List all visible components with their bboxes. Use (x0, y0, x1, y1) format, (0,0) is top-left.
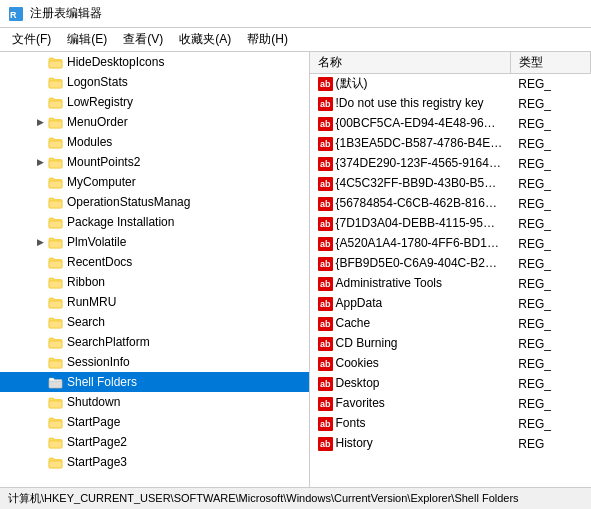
tree-item[interactable]: ▶ PlmVolatile (0, 232, 309, 252)
reg-icon: ab (318, 337, 333, 351)
reg-icon: ab (318, 117, 333, 131)
tree-item[interactable]: HideDesktopIcons (0, 52, 309, 72)
tree-item[interactable]: RunMRU (0, 292, 309, 312)
reg-icon: ab (318, 157, 333, 171)
table-row[interactable]: ab{56784854-C6CB-462B-8169-88...REG_ (310, 194, 591, 214)
folder-icon (48, 235, 64, 249)
folder-icon (48, 55, 64, 69)
tree-item[interactable]: SessionInfo (0, 352, 309, 372)
cell-type: REG_ (510, 274, 590, 294)
table-row[interactable]: ab{00BCF5CA-ED94-4E48-96A1-3F...REG_ (310, 114, 591, 134)
tree-item-label: StartPage3 (67, 455, 127, 469)
menu-file[interactable]: 文件(F) (4, 29, 59, 50)
status-text: 计算机\HKEY_CURRENT_USER\SOFTWARE\Microsoft… (8, 491, 519, 506)
tree-item-label: MountPoints2 (67, 155, 140, 169)
cell-name: abCookies (310, 354, 510, 374)
col-name[interactable]: 名称 (310, 52, 510, 74)
expand-icon[interactable]: ▶ (32, 237, 48, 247)
cell-name: ab{4C5C32FF-BB9D-43B0-B5B4-2... (310, 174, 510, 194)
cell-name: abDesktop (310, 374, 510, 394)
table-row[interactable]: abFavoritesREG_ (310, 394, 591, 414)
cell-type: REG_ (510, 194, 590, 214)
tree-item[interactable]: StartPage2 (0, 432, 309, 452)
cell-name: ab{00BCF5CA-ED94-4E48-96A1-3F... (310, 114, 510, 134)
tree-item[interactable]: LowRegistry (0, 92, 309, 112)
folder-icon (48, 355, 64, 369)
tree-item-label: Ribbon (67, 275, 105, 289)
table-row[interactable]: ab{BFB9D5E0-C6A9-404C-B2B2-A...REG_ (310, 254, 591, 274)
cell-type: REG_ (510, 294, 590, 314)
col-type[interactable]: 类型 (510, 52, 590, 74)
tree-item[interactable]: MyComputer (0, 172, 309, 192)
right-pane[interactable]: 名称 类型 ab(默认)REG_ab!Do not use this regis… (310, 52, 591, 487)
tree-item[interactable]: Ribbon (0, 272, 309, 292)
cell-type: REG_ (510, 394, 590, 414)
tree-item[interactable]: SearchPlatform (0, 332, 309, 352)
expand-icon[interactable]: ▶ (32, 117, 48, 127)
table-row[interactable]: abCookiesREG_ (310, 354, 591, 374)
cell-type: REG_ (510, 94, 590, 114)
tree-item[interactable]: Search (0, 312, 309, 332)
cell-type: REG_ (510, 114, 590, 134)
reg-icon: ab (318, 77, 333, 91)
reg-icon: ab (318, 357, 333, 371)
tree-item[interactable]: ▶ MountPoints2 (0, 152, 309, 172)
menu-help[interactable]: 帮助(H) (239, 29, 296, 50)
expand-icon[interactable]: ▶ (32, 157, 48, 167)
folder-icon (48, 175, 64, 189)
main-content: HideDesktopIcons LogonStats LowRegistry▶… (0, 52, 591, 487)
tree-item[interactable]: StartPage (0, 412, 309, 432)
tree-item-label: LowRegistry (67, 95, 133, 109)
left-pane[interactable]: HideDesktopIcons LogonStats LowRegistry▶… (0, 52, 310, 487)
cell-name: ab{A520A1A4-1780-4FF6-BD18-16... (310, 234, 510, 254)
table-row[interactable]: ab{1B3EA5DC-B587-4786-B4EF-B...REG_ (310, 134, 591, 154)
cell-name: abFavorites (310, 394, 510, 414)
tree-item-label: StartPage (67, 415, 120, 429)
reg-icon: ab (318, 297, 333, 311)
table-row[interactable]: ab{A520A1A4-1780-4FF6-BD18-16...REG_ (310, 234, 591, 254)
table-row[interactable]: ab{374DE290-123F-4565-9164-39...REG_ (310, 154, 591, 174)
tree-item[interactable]: Package Installation (0, 212, 309, 232)
reg-icon: ab (318, 217, 333, 231)
table-row[interactable]: abCD BurningREG_ (310, 334, 591, 354)
cell-type: REG_ (510, 374, 590, 394)
reg-icon: ab (318, 177, 333, 191)
cell-type: REG_ (510, 134, 590, 154)
tree-item[interactable]: StartPage3 (0, 452, 309, 472)
window-title: 注册表编辑器 (30, 5, 102, 22)
menu-view[interactable]: 查看(V) (115, 29, 171, 50)
table-row[interactable]: abCacheREG_ (310, 314, 591, 334)
folder-icon (48, 435, 64, 449)
table-row[interactable]: ab!Do not use this registry keyREG_ (310, 94, 591, 114)
table-row[interactable]: abDesktopREG_ (310, 374, 591, 394)
reg-icon: ab (318, 397, 333, 411)
cell-name: ab{BFB9D5E0-C6A9-404C-B2B2-A... (310, 254, 510, 274)
tree-item-label: OperationStatusManag (67, 195, 190, 209)
tree-item-label: Search (67, 315, 105, 329)
table-row[interactable]: abHistoryREG (310, 434, 591, 454)
cell-type: REG_ (510, 154, 590, 174)
cell-type: REG_ (510, 354, 590, 374)
cell-type: REG_ (510, 414, 590, 434)
tree-item[interactable]: LogonStats (0, 72, 309, 92)
table-row[interactable]: ab{7D1D3A04-DEBB-4115-95CF-2...REG_ (310, 214, 591, 234)
tree-item-label: SessionInfo (67, 355, 130, 369)
table-row[interactable]: abAppDataREG_ (310, 294, 591, 314)
table-row[interactable]: ab(默认)REG_ (310, 74, 591, 94)
tree-item[interactable]: Modules (0, 132, 309, 152)
tree-item[interactable]: ▶ MenuOrder (0, 112, 309, 132)
table-row[interactable]: ab{4C5C32FF-BB9D-43B0-B5B4-2...REG_ (310, 174, 591, 194)
folder-icon (48, 135, 64, 149)
tree-item[interactable]: OperationStatusManag (0, 192, 309, 212)
reg-icon: ab (318, 137, 333, 151)
tree-item[interactable]: Shutdown (0, 392, 309, 412)
menu-edit[interactable]: 编辑(E) (59, 29, 115, 50)
tree-item[interactable]: Shell Folders (0, 372, 309, 392)
tree-item[interactable]: RecentDocs (0, 252, 309, 272)
cell-name: ab{374DE290-123F-4565-9164-39... (310, 154, 510, 174)
table-row[interactable]: abFontsREG_ (310, 414, 591, 434)
cell-type: REG (510, 434, 590, 454)
menu-favorites[interactable]: 收藏夹(A) (171, 29, 239, 50)
cell-type: REG_ (510, 254, 590, 274)
table-row[interactable]: abAdministrative ToolsREG_ (310, 274, 591, 294)
